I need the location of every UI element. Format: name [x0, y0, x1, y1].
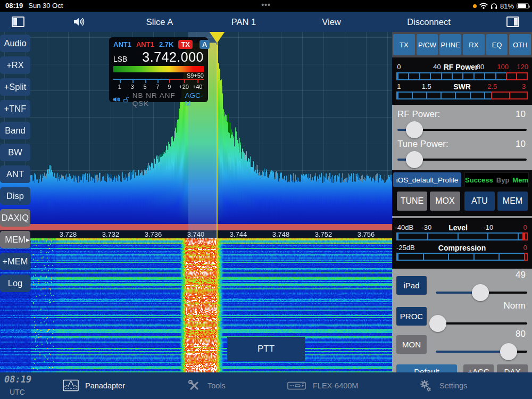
sidebar-item-audio[interactable]: Audio [0, 35, 30, 52]
freq-tick-label: 3.736 [145, 230, 162, 238]
tab-radio[interactable]: FLEX-6400M [287, 372, 358, 399]
tab-eq[interactable]: EQ [486, 34, 508, 55]
rf-power-label: RF Power: [397, 109, 440, 120]
mic-active-dot-icon [473, 4, 477, 8]
mon-button[interactable]: MON [396, 335, 427, 354]
sidebar-item-bw[interactable]: BW [0, 144, 30, 161]
sidebar-item-add-split[interactable]: +Split [0, 78, 30, 96]
tab-settings-label: Settings [439, 381, 467, 390]
mox-button[interactable]: MOX [430, 192, 460, 211]
radio-control-panel: TX P/CW PHNE RX EQ OTH 0 40 RF Power 80 … [392, 32, 532, 399]
s-meter-bar [113, 66, 204, 72]
atu-button[interactable]: ATU [464, 192, 495, 211]
freq-tick-label: 3.728 [60, 230, 77, 238]
tx-badge[interactable]: TX [178, 40, 193, 49]
tab-settings[interactable]: Settings [418, 372, 467, 399]
ipad-audio-button[interactable]: iPad [396, 276, 427, 295]
sidebar-item-daxiq[interactable]: DAXIQ [0, 209, 30, 227]
sidebar-item-mem[interactable]: MEM ▶ [0, 231, 30, 248]
slice-letter-badge[interactable]: A [200, 40, 210, 49]
frequency-axis: 3.728 3.732 3.736 3.740 3.744 3.748 3.75… [0, 230, 392, 238]
sidebar-item-log[interactable]: Log [0, 275, 30, 292]
menu-pan-1[interactable]: PAN 1 [231, 12, 256, 32]
proc-slider-thumb[interactable] [429, 315, 446, 332]
tuned-frequency-flag-icon[interactable] [209, 31, 225, 43]
tab-rx[interactable]: RX [463, 34, 485, 55]
flex-radio-icon [287, 380, 306, 391]
mon-slider-thumb[interactable] [500, 343, 517, 360]
utc-label: UTC [10, 387, 25, 397]
agc-mode[interactable]: AGC-M [185, 92, 204, 107]
swr-meter-bar [396, 92, 528, 99]
dsp-flags[interactable]: NB NR ANF QSK [132, 92, 182, 107]
tune-power-value: 10 [516, 139, 526, 149]
bottom-tab-bar: 08:19 UTC Panadapter Tools [0, 372, 532, 399]
battery-percent: 81% [500, 2, 514, 10]
frequency-readout[interactable]: 3.742.000 [142, 49, 204, 65]
headphones-icon [491, 3, 497, 10]
rf-power-slider-thumb[interactable] [406, 121, 423, 138]
panadapter-display[interactable]: 3.728 3.732 3.736 3.740 3.744 3.748 3.75… [0, 32, 392, 372]
slice-flag-panel[interactable]: ANT1 ANT1 2.7K TX A LSB 3.742.000 S9+50 [109, 37, 208, 102]
proc-slider[interactable] [436, 322, 527, 325]
menu-disconnect[interactable]: Disconnect [407, 12, 451, 32]
status-ellipsis: ••• [261, 1, 271, 9]
freq-tick-label: 3.740 [187, 230, 205, 238]
sidebar-item-add-tnf[interactable]: +TNF [0, 100, 30, 118]
sidebar-item-ant[interactable]: ANT [0, 165, 30, 183]
tune-power-label: Tune Power: [397, 139, 448, 149]
tuned-frequency-line[interactable] [217, 32, 218, 372]
battery-icon [517, 3, 529, 9]
proc-value: Norm [503, 301, 526, 311]
sidebar-item-add-rx[interactable]: +RX [0, 56, 30, 74]
tab-pcw[interactable]: P/CW [417, 34, 438, 55]
compression-meter-labels: -25dB Compression 0 [396, 244, 528, 252]
tools-icon [187, 379, 201, 393]
tune-button[interactable]: TUNE [397, 192, 427, 211]
unlock-icon[interactable] [123, 96, 129, 103]
freq-tick-label: 3.744 [230, 230, 247, 238]
control-tab-bar: TX P/CW PHNE RX EQ OTH [392, 32, 532, 57]
tab-tools[interactable]: Tools [187, 372, 226, 399]
slice-audio-speaker-icon[interactable] [113, 96, 120, 103]
tab-panadapter[interactable]: Panadapter [63, 372, 125, 399]
tab-radio-label: FLEX-6400M [313, 381, 358, 390]
freq-tick-label: 3.756 [358, 230, 375, 238]
filter-width[interactable]: 2.7K [159, 40, 173, 48]
tab-phne[interactable]: PHNE [439, 34, 461, 55]
right-panel-toggle-icon[interactable] [506, 16, 519, 27]
menu-slice-a[interactable]: Slice A [146, 12, 173, 32]
profile-button[interactable]: iOS_default_Profile [393, 172, 461, 187]
s-meter-numbers: 1 3 5 7 9 +20 +40 [113, 84, 204, 90]
ptt-button[interactable]: PTT [227, 337, 305, 361]
mem-button[interactable]: MEM [497, 192, 528, 211]
proc-button[interactable]: PROC [396, 307, 427, 326]
audio-mute-speaker-icon[interactable] [73, 16, 85, 27]
rf-power-meter-labels: 0 40 RF Power 80 100 120 [396, 63, 528, 71]
sidebar-item-band[interactable]: Band [0, 122, 30, 139]
menu-view[interactable]: View [322, 12, 340, 32]
power-sliders-section: RF Power: 10 Tune Power: 10 [392, 105, 532, 170]
tx-meters-section: 0 40 RF Power 80 100 120 1 1.5 SWR 2.5 3 [392, 57, 532, 105]
tx-antenna[interactable]: ANT1 [136, 40, 154, 48]
left-panel-toggle-icon[interactable] [12, 16, 24, 27]
tab-tx[interactable]: TX [393, 34, 415, 55]
level-meter-bar [396, 232, 528, 240]
freq-tick-label: 3.748 [272, 230, 290, 238]
ipad-volume-value: 49 [516, 270, 526, 280]
tune-power-slider-thumb[interactable] [406, 151, 423, 168]
status-time: 08:19 [5, 2, 23, 10]
tab-oth[interactable]: OTH [509, 34, 531, 55]
top-toolbar: Slice A PAN 1 View Disconnect [0, 12, 532, 32]
sidebar-item-add-mem[interactable]: +MEM [0, 253, 30, 270]
sidebar-item-disp[interactable]: Disp [0, 187, 30, 205]
utc-time: 08:19 [4, 374, 31, 385]
mode-indicator[interactable]: LSB [113, 55, 127, 63]
ipad-volume-slider-thumb[interactable] [472, 284, 489, 301]
smartsdr-screen: 08:19Sun 30 Oct ••• 81% [0, 0, 532, 399]
rx-antenna[interactable]: ANT1 [113, 40, 131, 48]
wifi-icon [479, 3, 488, 9]
freq-tick-label: 3.752 [315, 230, 332, 238]
atu-status-readout: Success Byp Mem [464, 172, 529, 187]
chevron-right-icon: ▶ [26, 237, 30, 243]
